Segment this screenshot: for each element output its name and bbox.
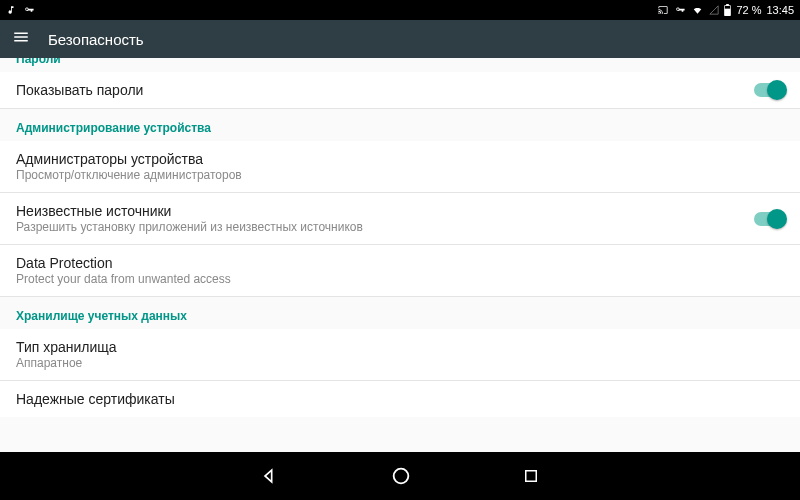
music-icon bbox=[6, 5, 16, 15]
row-show-passwords[interactable]: Показывать пароли bbox=[0, 72, 800, 109]
row-trusted-certs[interactable]: Надежные сертификаты bbox=[0, 381, 800, 417]
battery-percent: 72 % bbox=[736, 4, 761, 16]
row-subtitle: Разрешить установку приложений из неизве… bbox=[16, 220, 363, 234]
section-header-passwords: Пароли bbox=[0, 58, 800, 72]
wifi-icon bbox=[691, 5, 704, 15]
settings-list: Пароли Показывать пароли Администрирован… bbox=[0, 58, 800, 452]
key-icon bbox=[22, 5, 36, 15]
row-subtitle: Protect your data from unwanted access bbox=[16, 272, 231, 286]
switch-unknown-sources[interactable] bbox=[754, 212, 784, 226]
row-title: Неизвестные источники bbox=[16, 203, 363, 219]
cast-icon bbox=[657, 5, 669, 15]
row-subtitle: Аппаратное bbox=[16, 356, 117, 370]
svg-rect-0 bbox=[725, 6, 730, 9]
app-bar: Безопасность bbox=[0, 20, 800, 58]
row-unknown-sources[interactable]: Неизвестные источники Разрешить установк… bbox=[0, 193, 800, 245]
svg-rect-2 bbox=[526, 471, 537, 482]
page-title: Безопасность bbox=[48, 31, 144, 48]
clock: 13:45 bbox=[766, 4, 794, 16]
key-icon-small bbox=[674, 5, 686, 15]
row-title: Data Protection bbox=[16, 255, 231, 271]
section-header-admin: Администрирование устройства bbox=[0, 109, 800, 141]
section-header-storage: Хранилище учетных данных bbox=[0, 297, 800, 329]
switch-show-passwords[interactable] bbox=[754, 83, 784, 97]
svg-point-1 bbox=[394, 469, 409, 484]
back-button[interactable] bbox=[260, 466, 280, 486]
menu-icon[interactable] bbox=[12, 28, 30, 50]
row-data-protection[interactable]: Data Protection Protect your data from u… bbox=[0, 245, 800, 297]
row-title: Тип хранилища bbox=[16, 339, 117, 355]
row-title: Надежные сертификаты bbox=[16, 391, 175, 407]
status-bar: 72 % 13:45 bbox=[0, 0, 800, 20]
row-device-admins[interactable]: Администраторы устройства Просмотр/отклю… bbox=[0, 141, 800, 193]
recent-button[interactable] bbox=[522, 467, 540, 485]
battery-icon bbox=[724, 4, 731, 16]
row-title: Показывать пароли bbox=[16, 82, 143, 98]
row-storage-type[interactable]: Тип хранилища Аппаратное bbox=[0, 329, 800, 381]
row-title: Администраторы устройства bbox=[16, 151, 242, 167]
navigation-bar bbox=[0, 452, 800, 500]
home-button[interactable] bbox=[390, 465, 412, 487]
signal-icon bbox=[709, 5, 719, 15]
row-subtitle: Просмотр/отключение администраторов bbox=[16, 168, 242, 182]
